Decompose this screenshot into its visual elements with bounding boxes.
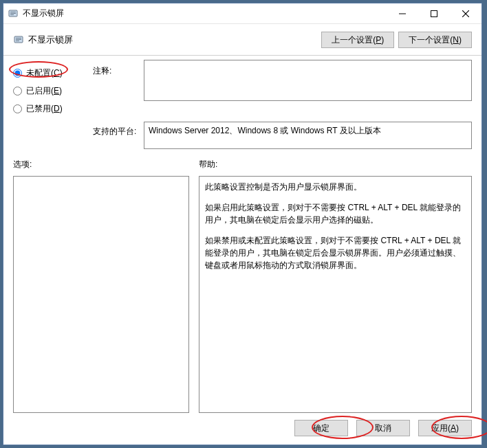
radio-disabled[interactable]: 已禁用(D) [13,100,93,117]
dialog-window: 不显示锁屏 不显示锁屏 上一个设置(P) 下一个设置(N) [3,3,482,445]
policy-title: 不显示锁屏 [28,34,73,46]
svg-rect-9 [16,38,21,38]
ok-button[interactable]: 确定 [294,420,348,436]
next-setting-button[interactable]: 下一个设置(N) [398,32,472,48]
policy-icon [8,8,19,19]
options-box [13,176,189,413]
comment-input[interactable] [144,60,472,101]
footer: 确定 取消 应用(A) [3,413,481,445]
help-paragraph: 如果禁用或未配置此策略设置，则对于不需要按 CTRL + ALT + DEL 就… [205,234,466,271]
radio-group: 未配置(C) 已启用(E) 已禁用(D) [13,60,93,117]
svg-rect-5 [431,10,437,16]
subheader: 不显示锁屏 上一个设置(P) 下一个设置(N) [3,24,481,56]
minimize-button[interactable] [387,3,418,24]
help-box: 此策略设置控制是否为用户显示锁屏界面。如果启用此策略设置，则对于不需要按 CTR… [199,176,472,413]
platform-row: 支持的平台: Windows Server 2012、Windows 8 或 W… [3,117,481,155]
policy-icon [13,34,24,45]
help-column: 帮助: 此策略设置控制是否为用户显示锁屏界面。如果启用此策略设置，则对于不需要按… [199,155,472,413]
svg-rect-11 [16,41,19,41]
radio-enabled[interactable]: 已启用(E) [13,82,93,100]
radio-label: 未配置(C) [26,67,63,79]
svg-rect-1 [10,12,16,12]
radio-label: 已禁用(D) [26,103,63,115]
help-paragraph: 此策略设置控制是否为用户显示锁屏界面。 [205,181,466,193]
radio-disabled-input[interactable] [13,104,22,113]
lower-panes: 选项: 帮助: 此策略设置控制是否为用户显示锁屏界面。如果启用此策略设置，则对于… [3,155,481,413]
options-column: 选项: [13,155,189,413]
platform-value: Windows Server 2012、Windows 8 或 Windows … [144,122,472,149]
radio-enabled-input[interactable] [13,87,22,96]
maximize-button[interactable] [418,3,450,24]
comment-label: 注释: [93,60,144,117]
window-title: 不显示锁屏 [23,8,64,19]
svg-rect-3 [10,14,14,15]
cancel-button[interactable]: 取消 [356,420,410,436]
platform-label: 支持的平台: [13,122,144,137]
help-label: 帮助: [199,155,472,176]
svg-rect-10 [16,39,21,40]
svg-rect-2 [10,13,16,14]
radio-not-configured[interactable]: 未配置(C) [13,64,93,82]
close-button[interactable] [450,3,481,24]
apply-button[interactable]: 应用(A) [418,420,472,436]
options-label: 选项: [13,155,189,176]
help-paragraph: 如果启用此策略设置，则对于不需要按 CTRL + ALT + DEL 就能登录的… [205,201,466,226]
radio-not-configured-input[interactable] [13,69,22,78]
previous-setting-button[interactable]: 上一个设置(P) [321,32,394,48]
config-row: 未配置(C) 已启用(E) 已禁用(D) 注释: [3,56,481,117]
titlebar: 不显示锁屏 [3,3,481,24]
radio-label: 已启用(E) [26,85,62,97]
